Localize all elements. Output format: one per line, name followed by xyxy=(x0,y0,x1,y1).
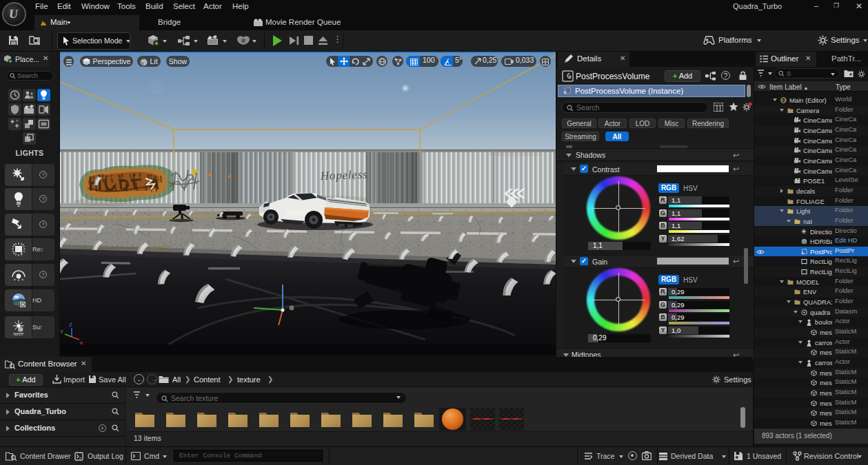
svg-text:Hopeless: Hopeless xyxy=(319,168,367,183)
svg-text:launch: launch xyxy=(14,333,23,336)
svg-text:Y: Y xyxy=(60,329,64,335)
svg-text:Z: Z xyxy=(69,322,72,328)
